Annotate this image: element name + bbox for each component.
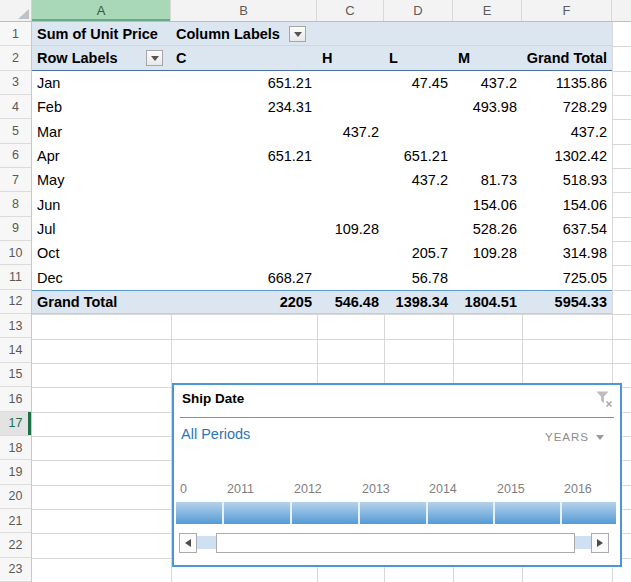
pivot-cell[interactable] <box>453 265 522 289</box>
pivot-row-label[interactable]: Mar <box>32 119 171 143</box>
pivot-cell[interactable]: 109.28 <box>453 241 522 265</box>
timeline-band[interactable] <box>176 502 616 524</box>
timeline-scroll-right-button[interactable] <box>591 533 609 553</box>
pivot-row-label[interactable]: Jul <box>32 217 171 241</box>
row-header-2[interactable]: 2 <box>0 46 31 70</box>
pivot-cell[interactable] <box>384 217 453 241</box>
pivot-cell[interactable]: 651.21 <box>171 71 317 95</box>
pivot-cell[interactable]: 518.93 <box>522 168 612 192</box>
pivot-cell[interactable]: 234.31 <box>171 95 317 119</box>
pivot-cell[interactable]: 314.98 <box>522 241 612 265</box>
pivot-grand-total-label[interactable]: Grand Total <box>32 291 171 313</box>
row-header-20[interactable]: 20 <box>0 485 31 509</box>
row-header-13[interactable]: 13 <box>0 314 31 338</box>
row-header-10[interactable]: 10 <box>0 241 31 265</box>
row-header-19[interactable]: 19 <box>0 460 31 484</box>
pivot-cell[interactable]: 437.2 <box>317 119 384 143</box>
pivot-cell[interactable]: 154.06 <box>453 192 522 216</box>
pivot-cell[interactable]: 1804.51 <box>453 291 522 313</box>
row-header-6[interactable]: 6 <box>0 144 31 168</box>
select-all-corner[interactable] <box>0 0 32 21</box>
pivot-cell[interactable] <box>384 192 453 216</box>
pivot-cell[interactable] <box>384 119 453 143</box>
pivot-cell[interactable]: 651.21 <box>171 144 317 168</box>
row-header-3[interactable]: 3 <box>0 71 31 95</box>
pivot-cell[interactable]: 56.78 <box>384 265 453 289</box>
pivot-cell[interactable]: 546.48 <box>317 291 384 313</box>
row-header-1[interactable]: 1 <box>0 22 31 46</box>
column-header-c[interactable]: C <box>317 0 384 21</box>
row-header-12[interactable]: 12 <box>0 290 31 314</box>
row-header-4[interactable]: 4 <box>0 95 31 119</box>
pivot-column-labels-cell[interactable]: Column Labels <box>171 22 612 45</box>
row-labels-filter-button[interactable] <box>146 50 163 66</box>
pivot-row-label[interactable]: Oct <box>32 241 171 265</box>
pivot-cell[interactable]: 1398.34 <box>384 291 453 313</box>
pivot-cell[interactable] <box>171 168 317 192</box>
row-header-18[interactable]: 18 <box>0 436 31 460</box>
pivot-cell[interactable] <box>171 192 317 216</box>
pivot-cell[interactable] <box>317 95 384 119</box>
pivot-cell[interactable]: 1135.86 <box>522 71 612 95</box>
row-header-21[interactable]: 21 <box>0 509 31 533</box>
pivot-cell[interactable]: 651.21 <box>384 144 453 168</box>
timeline-scrollbar-thumb[interactable] <box>216 533 575 553</box>
time-level-selector[interactable]: YEARS <box>545 431 604 443</box>
pivot-cell[interactable] <box>317 144 384 168</box>
row-header-23[interactable]: 23 <box>0 558 31 582</box>
column-header-e[interactable]: E <box>453 0 522 21</box>
row-header-8[interactable]: 8 <box>0 192 31 216</box>
pivot-cell[interactable]: 725.05 <box>522 265 612 289</box>
column-header-f[interactable]: F <box>522 0 612 21</box>
pivot-cell[interactable]: 47.45 <box>384 71 453 95</box>
column-header-b[interactable]: B <box>171 0 317 21</box>
pivot-cell[interactable] <box>453 119 522 143</box>
pivot-cell[interactable] <box>171 241 317 265</box>
pivot-cell[interactable]: 668.27 <box>171 265 317 289</box>
pivot-cell[interactable]: 637.54 <box>522 217 612 241</box>
pivot-cell[interactable] <box>453 144 522 168</box>
row-header-9[interactable]: 9 <box>0 217 31 241</box>
pivot-cell[interactable]: 2205 <box>171 291 317 313</box>
pivot-column-header-c[interactable]: C <box>171 46 317 69</box>
pivot-cell[interactable]: 528.26 <box>453 217 522 241</box>
pivot-cell[interactable] <box>317 192 384 216</box>
row-header-16[interactable]: 16 <box>0 387 31 411</box>
pivot-values-title-cell[interactable]: Sum of Unit Price <box>32 22 171 45</box>
pivot-row-label[interactable]: Dec <box>32 265 171 289</box>
pivot-cell[interactable] <box>171 217 317 241</box>
pivot-cell[interactable]: 109.28 <box>317 217 384 241</box>
column-labels-filter-button[interactable] <box>289 26 306 42</box>
row-header-11[interactable]: 11 <box>0 265 31 289</box>
row-header-14[interactable]: 14 <box>0 338 31 362</box>
pivot-cell[interactable] <box>317 265 384 289</box>
pivot-cell[interactable] <box>317 241 384 265</box>
pivot-column-header-h[interactable]: H <box>317 46 384 69</box>
pivot-cell[interactable] <box>171 119 317 143</box>
pivot-cell[interactable]: 205.7 <box>384 241 453 265</box>
pivot-column-header-grand-total[interactable]: Grand Total <box>522 46 612 69</box>
timeline-scroll-left-button[interactable] <box>179 533 197 553</box>
row-header-5[interactable]: 5 <box>0 119 31 143</box>
pivot-cell[interactable]: 1302.42 <box>522 144 612 168</box>
pivot-cell[interactable]: 154.06 <box>522 192 612 216</box>
pivot-row-label[interactable]: Jan <box>32 71 171 95</box>
row-header-22[interactable]: 22 <box>0 533 31 557</box>
pivot-row-label[interactable]: Jun <box>32 192 171 216</box>
pivot-cell[interactable]: 437.2 <box>522 119 612 143</box>
pivot-cell[interactable] <box>317 168 384 192</box>
column-header-partial[interactable] <box>612 0 631 21</box>
pivot-cell[interactable] <box>317 71 384 95</box>
pivot-cell[interactable]: 81.73 <box>453 168 522 192</box>
pivot-cell[interactable]: 5954.33 <box>522 291 612 313</box>
pivot-row-label[interactable]: Apr <box>32 144 171 168</box>
row-header-17[interactable]: 17 <box>0 412 31 436</box>
pivot-cell[interactable]: 728.29 <box>522 95 612 119</box>
row-header-15[interactable]: 15 <box>0 363 31 387</box>
timeline-slicer[interactable]: Ship Date All Periods YEARS 020112012201… <box>172 383 622 567</box>
clear-filter-icon[interactable] <box>594 389 614 409</box>
pivot-row-label[interactable]: Feb <box>32 95 171 119</box>
pivot-row-label[interactable]: May <box>32 168 171 192</box>
pivot-cell[interactable]: 437.2 <box>453 71 522 95</box>
column-header-d[interactable]: D <box>384 0 453 21</box>
